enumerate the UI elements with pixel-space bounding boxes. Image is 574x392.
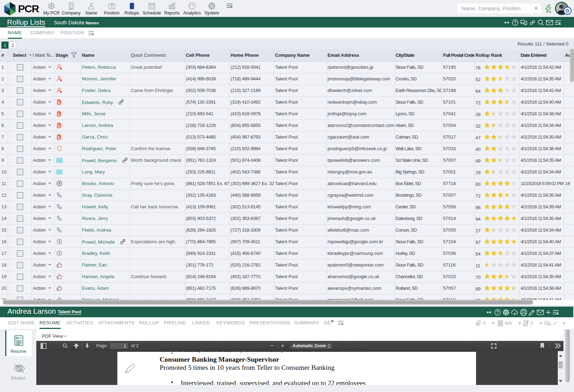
svg-text:$: $	[58, 240, 60, 244]
svg-text:$: $	[58, 251, 60, 255]
